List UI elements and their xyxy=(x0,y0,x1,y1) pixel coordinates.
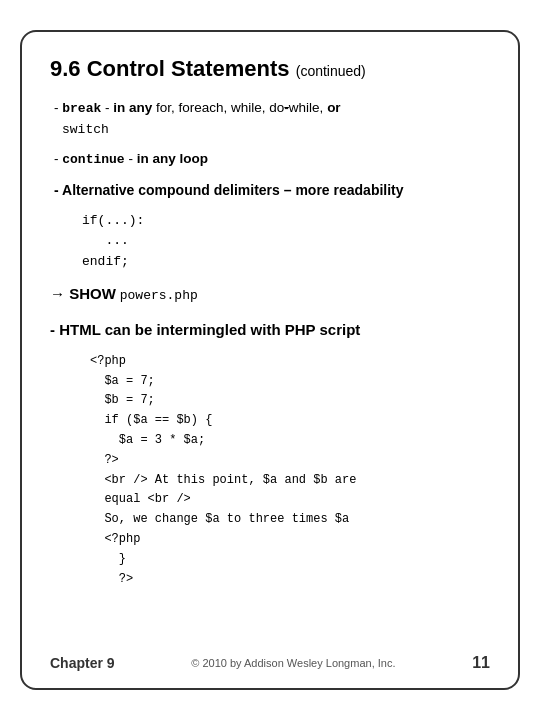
content-area: - break - in any for, foreach, while, do… xyxy=(50,98,490,642)
php-line-5: $a = 3 * $a; xyxy=(90,431,490,451)
php-line-8: equal <br /> xyxy=(90,490,490,510)
continue-keyword: continue xyxy=(62,152,124,167)
break-bullet: - break - in any for, foreach, while, do… xyxy=(50,98,490,139)
footer-chapter: Chapter 9 xyxy=(50,655,115,671)
php-line-11: } xyxy=(90,550,490,570)
continue-anyloop: in any loop xyxy=(137,151,208,166)
php-code-block: <?php $a = 7; $b = 7; if ($a == $b) { $a… xyxy=(90,352,490,590)
continue-prefix: - xyxy=(54,151,62,166)
arrow-section: → SHOW powers.php xyxy=(50,283,490,306)
title-text: 9.6 Control Statements xyxy=(50,56,290,81)
code-example: if(...): ... endif; xyxy=(82,211,490,273)
footer: Chapter 9 © 2010 by Addison Wesley Longm… xyxy=(50,650,490,672)
alternative-bullet: - Alternative compound delimiters – more… xyxy=(50,180,490,201)
php-line-2: $a = 7; xyxy=(90,372,490,392)
code-line-2: ... xyxy=(82,231,490,252)
arrow-file: powers.php xyxy=(120,288,198,303)
footer-page-number: 11 xyxy=(472,654,490,672)
continue-middle: - xyxy=(125,151,137,166)
php-line-4: if ($a == $b) { xyxy=(90,411,490,431)
break-middle: - xyxy=(101,100,113,115)
continue-bullet: - continue - in any loop xyxy=(50,149,490,170)
code-line-3: endif; xyxy=(82,252,490,273)
php-line-3: $b = 7; xyxy=(90,391,490,411)
html-section-title: - HTML can be intermingled with PHP scri… xyxy=(50,319,490,342)
arrow-show: → SHOW xyxy=(50,285,116,302)
php-line-9: So, we change $a to three times $a xyxy=(90,510,490,530)
break-switch: switch xyxy=(62,121,109,136)
php-line-6: ?> xyxy=(90,451,490,471)
php-line-7: <br /> At this point, $a and $b are xyxy=(90,471,490,491)
code-line-1: if(...): xyxy=(82,211,490,232)
alternative-text: - Alternative compound delimiters – more… xyxy=(54,182,404,198)
break-keyword: break xyxy=(62,101,101,116)
php-line-12: ?> xyxy=(90,570,490,590)
slide-title: 9.6 Control Statements (continued) xyxy=(50,56,490,82)
break-forlist: for, foreach, while, do-while, or xyxy=(152,100,340,115)
php-line-10: <?php xyxy=(90,530,490,550)
break-prefix: - xyxy=(54,100,62,115)
break-inany: in any xyxy=(113,100,152,115)
continued-label: (continued) xyxy=(296,63,366,79)
php-line-1: <?php xyxy=(90,352,490,372)
slide-container: 9.6 Control Statements (continued) - bre… xyxy=(20,30,520,690)
footer-copyright: © 2010 by Addison Wesley Longman, Inc. xyxy=(191,657,395,669)
